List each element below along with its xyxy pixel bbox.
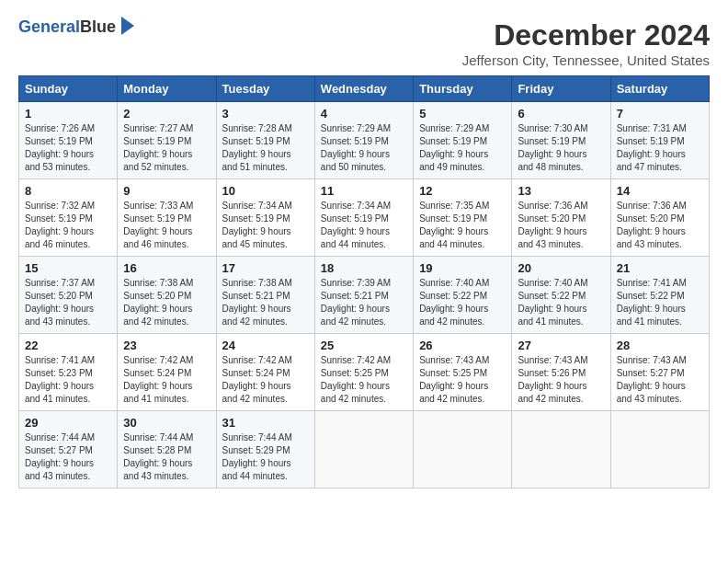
day-info: Sunrise: 7:44 AMSunset: 5:29 PMDaylight:… bbox=[222, 432, 292, 481]
day-number: 25 bbox=[321, 339, 407, 352]
day-number: 24 bbox=[222, 339, 309, 352]
calendar-cell: 3 Sunrise: 7:28 AMSunset: 5:19 PMDayligh… bbox=[216, 102, 314, 179]
day-info: Sunrise: 7:43 AMSunset: 5:26 PMDaylight:… bbox=[518, 355, 587, 404]
calendar-cell: 7 Sunrise: 7:31 AMSunset: 5:19 PMDayligh… bbox=[610, 102, 709, 179]
day-info: Sunrise: 7:41 AMSunset: 5:22 PMDaylight:… bbox=[617, 278, 687, 327]
day-number: 8 bbox=[25, 184, 111, 198]
day-number: 18 bbox=[321, 261, 407, 275]
calendar-cell: 5 Sunrise: 7:29 AMSunset: 5:19 PMDayligh… bbox=[414, 102, 512, 179]
day-number: 10 bbox=[222, 184, 309, 198]
calendar-cell: 9 Sunrise: 7:33 AMSunset: 5:19 PMDayligh… bbox=[118, 179, 216, 257]
calendar-cell bbox=[610, 411, 709, 488]
day-number: 3 bbox=[222, 107, 309, 121]
day-info: Sunrise: 7:36 AMSunset: 5:20 PMDaylight:… bbox=[518, 201, 587, 249]
calendar-cell: 1 Sunrise: 7:26 AMSunset: 5:19 PMDayligh… bbox=[19, 102, 118, 179]
day-number: 21 bbox=[617, 261, 703, 275]
day-number: 29 bbox=[25, 416, 111, 430]
day-number: 4 bbox=[321, 107, 407, 121]
day-info: Sunrise: 7:44 AMSunset: 5:28 PMDaylight:… bbox=[123, 432, 193, 481]
day-info: Sunrise: 7:34 AMSunset: 5:19 PMDaylight:… bbox=[222, 201, 292, 249]
calendar-cell: 11 Sunrise: 7:34 AMSunset: 5:19 PMDaylig… bbox=[314, 179, 413, 257]
day-number: 5 bbox=[419, 107, 506, 121]
calendar-header-row: SundayMondayTuesdayWednesdayThursdayFrid… bbox=[19, 76, 710, 102]
calendar-cell: 21 Sunrise: 7:41 AMSunset: 5:22 PMDaylig… bbox=[610, 257, 709, 334]
calendar-cell: 28 Sunrise: 7:43 AMSunset: 5:27 PMDaylig… bbox=[610, 334, 709, 411]
calendar-cell: 15 Sunrise: 7:37 AMSunset: 5:20 PMDaylig… bbox=[19, 257, 118, 334]
day-info: Sunrise: 7:29 AMSunset: 5:19 PMDaylight:… bbox=[419, 123, 489, 172]
day-info: Sunrise: 7:43 AMSunset: 5:25 PMDaylight:… bbox=[419, 355, 489, 404]
day-info: Sunrise: 7:34 AMSunset: 5:19 PMDaylight:… bbox=[321, 201, 391, 249]
calendar-cell bbox=[314, 411, 413, 488]
calendar-cell: 8 Sunrise: 7:32 AMSunset: 5:19 PMDayligh… bbox=[19, 179, 118, 257]
column-header-wednesday: Wednesday bbox=[314, 76, 413, 102]
day-info: Sunrise: 7:33 AMSunset: 5:19 PMDaylight:… bbox=[123, 201, 193, 249]
day-info: Sunrise: 7:26 AMSunset: 5:19 PMDaylight:… bbox=[25, 123, 95, 172]
location-label: Jefferson City, Tennessee, United States bbox=[462, 52, 710, 68]
day-number: 20 bbox=[518, 261, 604, 275]
day-number: 16 bbox=[123, 261, 210, 275]
calendar-cell bbox=[414, 411, 512, 488]
day-info: Sunrise: 7:41 AMSunset: 5:23 PMDaylight:… bbox=[25, 355, 95, 404]
day-info: Sunrise: 7:32 AMSunset: 5:19 PMDaylight:… bbox=[25, 201, 95, 249]
day-info: Sunrise: 7:36 AMSunset: 5:20 PMDaylight:… bbox=[617, 201, 687, 249]
calendar-cell: 22 Sunrise: 7:41 AMSunset: 5:23 PMDaylig… bbox=[19, 334, 118, 411]
calendar-cell: 27 Sunrise: 7:43 AMSunset: 5:26 PMDaylig… bbox=[512, 334, 610, 411]
calendar-cell bbox=[512, 411, 610, 488]
column-header-monday: Monday bbox=[118, 76, 216, 102]
calendar-table: SundayMondayTuesdayWednesdayThursdayFrid… bbox=[18, 75, 710, 488]
day-number: 9 bbox=[123, 184, 210, 198]
page-header: GeneralBlue December 2024 Jefferson City… bbox=[18, 18, 710, 68]
day-number: 12 bbox=[419, 184, 506, 198]
calendar-week-row: 15 Sunrise: 7:37 AMSunset: 5:20 PMDaylig… bbox=[19, 257, 710, 334]
calendar-cell: 16 Sunrise: 7:38 AMSunset: 5:20 PMDaylig… bbox=[118, 257, 216, 334]
calendar-cell: 26 Sunrise: 7:43 AMSunset: 5:25 PMDaylig… bbox=[414, 334, 512, 411]
calendar-cell: 13 Sunrise: 7:36 AMSunset: 5:20 PMDaylig… bbox=[512, 179, 610, 257]
day-number: 11 bbox=[321, 184, 407, 198]
calendar-cell: 18 Sunrise: 7:39 AMSunset: 5:21 PMDaylig… bbox=[314, 257, 413, 334]
day-number: 26 bbox=[419, 339, 506, 352]
day-info: Sunrise: 7:43 AMSunset: 5:27 PMDaylight:… bbox=[617, 355, 687, 404]
day-info: Sunrise: 7:42 AMSunset: 5:24 PMDaylight:… bbox=[123, 355, 193, 404]
day-info: Sunrise: 7:29 AMSunset: 5:19 PMDaylight:… bbox=[321, 123, 391, 172]
day-info: Sunrise: 7:40 AMSunset: 5:22 PMDaylight:… bbox=[419, 278, 489, 327]
day-number: 23 bbox=[123, 339, 210, 352]
day-info: Sunrise: 7:40 AMSunset: 5:22 PMDaylight:… bbox=[518, 278, 587, 327]
day-number: 17 bbox=[222, 261, 309, 275]
day-info: Sunrise: 7:37 AMSunset: 5:20 PMDaylight:… bbox=[25, 278, 95, 327]
day-number: 19 bbox=[419, 261, 506, 275]
day-number: 30 bbox=[123, 416, 210, 430]
month-title: December 2024 bbox=[462, 18, 710, 52]
day-info: Sunrise: 7:38 AMSunset: 5:20 PMDaylight:… bbox=[123, 278, 193, 327]
day-number: 1 bbox=[25, 107, 111, 121]
column-header-friday: Friday bbox=[512, 76, 610, 102]
column-header-sunday: Sunday bbox=[19, 76, 118, 102]
day-number: 31 bbox=[222, 416, 309, 430]
calendar-week-row: 8 Sunrise: 7:32 AMSunset: 5:19 PMDayligh… bbox=[19, 179, 710, 257]
day-info: Sunrise: 7:42 AMSunset: 5:25 PMDaylight:… bbox=[321, 355, 391, 404]
column-header-saturday: Saturday bbox=[610, 76, 709, 102]
day-info: Sunrise: 7:38 AMSunset: 5:21 PMDaylight:… bbox=[222, 278, 292, 327]
day-info: Sunrise: 7:42 AMSunset: 5:24 PMDaylight:… bbox=[222, 355, 292, 404]
day-info: Sunrise: 7:39 AMSunset: 5:21 PMDaylight:… bbox=[321, 278, 391, 327]
calendar-cell: 31 Sunrise: 7:44 AMSunset: 5:29 PMDaylig… bbox=[216, 411, 314, 488]
calendar-cell: 25 Sunrise: 7:42 AMSunset: 5:25 PMDaylig… bbox=[314, 334, 413, 411]
day-number: 2 bbox=[123, 107, 210, 121]
logo-text: GeneralBlue bbox=[18, 18, 116, 37]
day-info: Sunrise: 7:28 AMSunset: 5:19 PMDaylight:… bbox=[222, 123, 292, 172]
calendar-cell: 29 Sunrise: 7:44 AMSunset: 5:27 PMDaylig… bbox=[19, 411, 118, 488]
logo-arrow-icon bbox=[121, 17, 134, 35]
day-number: 7 bbox=[617, 107, 703, 121]
day-info: Sunrise: 7:30 AMSunset: 5:19 PMDaylight:… bbox=[518, 123, 587, 172]
calendar-week-row: 29 Sunrise: 7:44 AMSunset: 5:27 PMDaylig… bbox=[19, 411, 710, 488]
day-number: 15 bbox=[25, 261, 111, 275]
column-header-tuesday: Tuesday bbox=[216, 76, 314, 102]
calendar-week-row: 1 Sunrise: 7:26 AMSunset: 5:19 PMDayligh… bbox=[19, 102, 710, 179]
calendar-cell: 19 Sunrise: 7:40 AMSunset: 5:22 PMDaylig… bbox=[414, 257, 512, 334]
day-number: 14 bbox=[617, 184, 703, 198]
day-number: 28 bbox=[617, 339, 703, 352]
calendar-cell: 4 Sunrise: 7:29 AMSunset: 5:19 PMDayligh… bbox=[314, 102, 413, 179]
day-info: Sunrise: 7:35 AMSunset: 5:19 PMDaylight:… bbox=[419, 201, 489, 249]
calendar-week-row: 22 Sunrise: 7:41 AMSunset: 5:23 PMDaylig… bbox=[19, 334, 710, 411]
day-info: Sunrise: 7:27 AMSunset: 5:19 PMDaylight:… bbox=[123, 123, 193, 172]
calendar-cell: 6 Sunrise: 7:30 AMSunset: 5:19 PMDayligh… bbox=[512, 102, 610, 179]
